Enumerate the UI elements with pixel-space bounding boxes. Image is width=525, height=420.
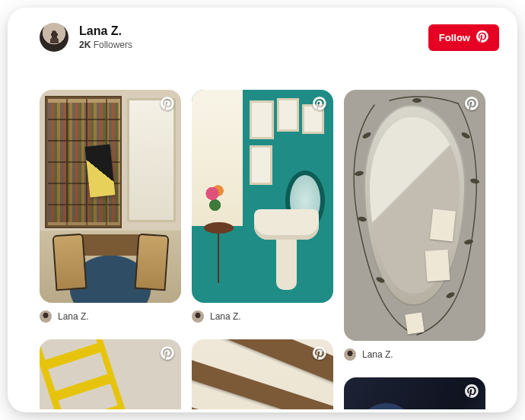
svg-point-5 xyxy=(470,178,480,184)
profile-name[interactable]: Lana Z. xyxy=(79,24,132,38)
pin-attribution[interactable]: Lana Z. xyxy=(344,348,393,361)
pin-author: Lana Z. xyxy=(210,311,241,322)
avatar xyxy=(40,310,52,323)
pinterest-icon xyxy=(160,345,175,361)
follow-button-label: Follow xyxy=(439,32,470,43)
pinterest-icon xyxy=(476,30,488,45)
pinterest-icon xyxy=(312,345,327,361)
followers-line: 2K Followers xyxy=(79,40,132,50)
svg-point-3 xyxy=(375,276,385,285)
pin-author: Lana Z. xyxy=(58,311,89,322)
pinterest-icon xyxy=(312,96,327,111)
svg-point-0 xyxy=(361,131,371,139)
pin-card[interactable] xyxy=(192,339,333,409)
profile-pins-card: Lana Z. 2K Followers Follow xyxy=(8,8,517,412)
pin-author: Lana Z. xyxy=(362,349,393,360)
pin-card[interactable] xyxy=(40,90,181,303)
avatar xyxy=(192,310,204,323)
pinterest-icon xyxy=(464,383,479,399)
pin-card[interactable] xyxy=(344,90,485,341)
followers-label: Followers xyxy=(94,40,132,50)
avatar xyxy=(344,348,356,361)
svg-point-2 xyxy=(358,216,368,222)
pin-card[interactable] xyxy=(344,377,485,409)
follow-button[interactable]: Follow xyxy=(428,24,499,51)
svg-point-7 xyxy=(445,291,455,300)
svg-point-1 xyxy=(355,170,364,177)
pin-card[interactable] xyxy=(40,339,181,409)
avatar[interactable] xyxy=(40,23,68,52)
svg-point-4 xyxy=(460,131,470,139)
pinterest-icon xyxy=(464,96,479,111)
svg-point-8 xyxy=(412,98,422,103)
pins-grid: Lana Z. Lana Z. xyxy=(8,58,517,409)
pin-attribution[interactable]: Lana Z. xyxy=(40,310,89,323)
pinterest-icon xyxy=(160,96,175,111)
pin-image xyxy=(40,90,181,303)
pin-card[interactable] xyxy=(192,90,333,303)
pin-attribution[interactable]: Lana Z. xyxy=(192,310,241,323)
followers-count: 2K xyxy=(79,40,91,50)
header: Lana Z. 2K Followers Follow xyxy=(8,8,517,58)
profile-text: Lana Z. 2K Followers xyxy=(79,24,132,50)
